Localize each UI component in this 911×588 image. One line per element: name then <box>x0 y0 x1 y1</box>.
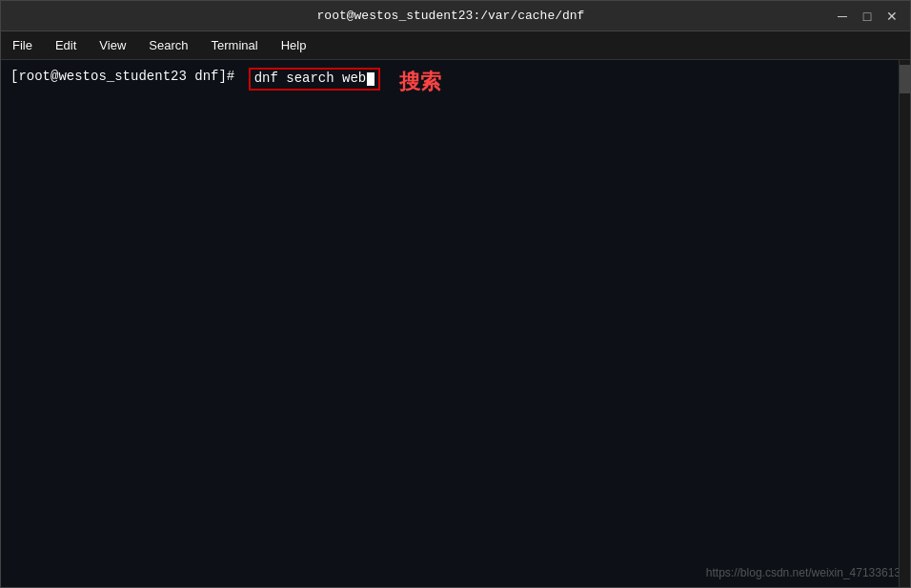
menu-terminal[interactable]: Terminal <box>208 36 262 54</box>
annotation-text: 搜索 <box>399 68 441 97</box>
scrollbar[interactable] <box>899 60 910 587</box>
window-title: root@westos_student23:/var/cache/dnf <box>68 9 834 23</box>
minimize-button[interactable]: ─ <box>834 8 851 25</box>
command-text: dnf search web <box>254 71 367 86</box>
title-bar: root@westos_student23:/var/cache/dnf ─ □… <box>1 1 910 31</box>
menu-bar: File Edit View Search Terminal Help <box>1 31 910 60</box>
window-controls: ─ □ ✕ <box>834 8 901 25</box>
close-button[interactable]: ✕ <box>883 8 901 25</box>
command-highlight-box: dnf search web <box>249 68 381 91</box>
terminal-prompt: [root@westos_student23 dnf]# <box>10 68 234 87</box>
maximize-button[interactable]: □ <box>859 8 876 25</box>
space-char <box>238 68 246 87</box>
menu-edit[interactable]: Edit <box>51 36 80 54</box>
terminal-body[interactable]: [root@westos_student23 dnf]# dnf search … <box>1 60 910 587</box>
watermark: https://blog.csdn.net/weixin_47133613 <box>706 566 901 579</box>
terminal-window: root@westos_student23:/var/cache/dnf ─ □… <box>0 0 911 588</box>
terminal-line: [root@westos_student23 dnf]# dnf search … <box>10 68 901 97</box>
menu-help[interactable]: Help <box>277 36 311 54</box>
menu-file[interactable]: File <box>9 36 36 54</box>
menu-search[interactable]: Search <box>145 36 192 54</box>
scrollbar-thumb[interactable] <box>900 65 910 93</box>
cursor-block <box>367 72 375 86</box>
menu-view[interactable]: View <box>95 36 130 54</box>
